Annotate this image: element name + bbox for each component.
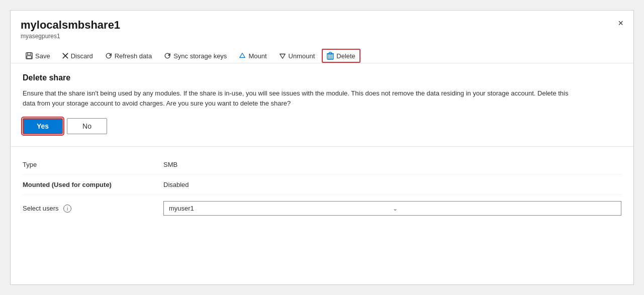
type-label: Type — [23, 161, 163, 168]
panel-title: mylocalsmbshare1 — [21, 19, 623, 32]
discard-label: Discard — [71, 52, 93, 60]
no-button[interactable]: No — [67, 118, 107, 134]
close-button[interactable]: × — [616, 17, 625, 30]
select-users-value: myuser1 — [169, 205, 393, 212]
delete-section-description: Ensure that the share isn't being used b… — [23, 88, 576, 108]
info-icon[interactable]: i — [63, 205, 71, 213]
chevron-down-icon: ⌄ — [393, 205, 616, 212]
panel: mylocalsmbshare1 myasegpures1 Save Disca… — [10, 10, 634, 285]
panel-body: Delete share Ensure that the share isn't… — [11, 63, 633, 284]
form-section: Type SMB Mounted (Used for compute) Disa… — [23, 155, 621, 222]
refresh-icon — [105, 52, 112, 59]
save-icon — [26, 52, 33, 59]
unmount-icon — [279, 52, 286, 59]
divider — [11, 146, 633, 147]
sync-icon — [164, 52, 171, 59]
action-buttons: Yes No — [23, 118, 621, 134]
mount-icon — [239, 52, 246, 59]
delete-button[interactable]: Delete — [322, 49, 360, 63]
unmount-label: Unmount — [289, 52, 315, 60]
delete-icon — [327, 52, 334, 60]
table-row: Mounted (Used for compute) Disabled — [23, 175, 621, 195]
svg-rect-2 — [27, 56, 32, 58]
mount-button[interactable]: Mount — [234, 49, 271, 63]
delete-section: Delete share Ensure that the share isn't… — [23, 73, 621, 134]
table-row: Type SMB — [23, 155, 621, 175]
refresh-label: Refresh data — [115, 52, 152, 60]
panel-header: mylocalsmbshare1 myasegpures1 Save Disca… — [11, 11, 633, 63]
discard-icon — [62, 53, 68, 59]
unmount-button[interactable]: Unmount — [274, 49, 320, 63]
table-row: Select users i myuser1 ⌄ — [23, 195, 621, 222]
save-button[interactable]: Save — [21, 49, 55, 63]
toolbar: Save Discard Refresh data Sync stora — [21, 45, 623, 63]
delete-section-title: Delete share — [23, 73, 621, 82]
panel-subtitle: myasegpures1 — [21, 33, 623, 40]
yes-button[interactable]: Yes — [23, 118, 63, 134]
mounted-value: Disabled — [163, 181, 621, 188]
mounted-label: Mounted (Used for compute) — [23, 181, 163, 188]
discard-button[interactable]: Discard — [57, 49, 98, 63]
svg-marker-6 — [280, 54, 285, 59]
mount-label: Mount — [248, 52, 266, 60]
sync-label: Sync storage keys — [173, 52, 227, 60]
save-label: Save — [35, 52, 50, 60]
svg-marker-5 — [240, 53, 245, 58]
refresh-button[interactable]: Refresh data — [100, 49, 157, 63]
sync-button[interactable]: Sync storage keys — [159, 49, 232, 63]
delete-label: Delete — [336, 52, 355, 60]
select-users-label: Select users i — [23, 205, 163, 213]
type-value: SMB — [163, 161, 621, 168]
select-users-dropdown[interactable]: myuser1 ⌄ — [163, 201, 621, 216]
